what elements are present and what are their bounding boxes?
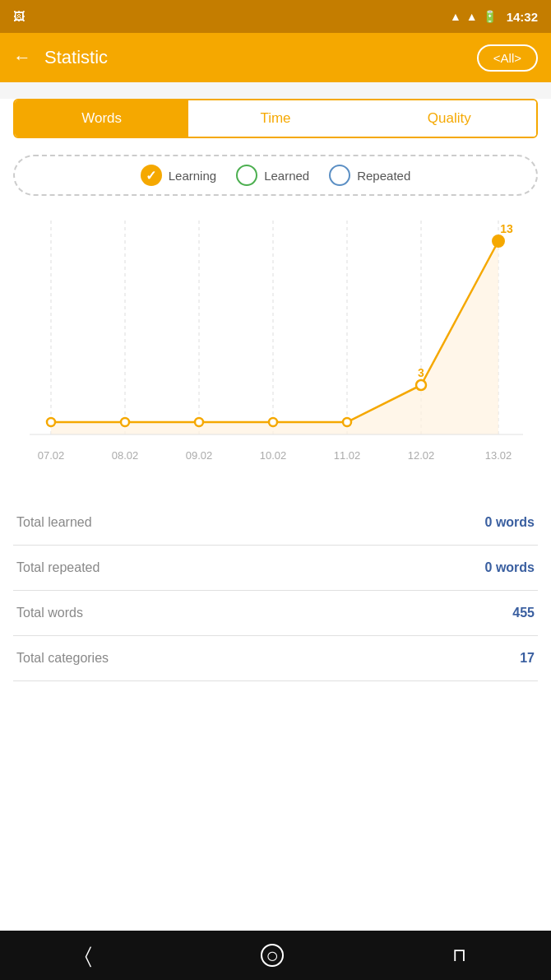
svg-point-9 [195,418,203,426]
gallery-icon: 🖼 [13,10,25,23]
repeated-label: Repeated [357,169,410,183]
chart-legend: ✓ Learning Learned Repeated [13,155,538,196]
stat-total-words: Total words 455 [13,591,538,636]
svg-point-12 [416,380,426,390]
battery-icon: 🔋 [483,10,497,23]
header: ← Statistic <All> [0,33,551,82]
nav-recents-icon[interactable]: ⊓ [452,945,466,966]
wifi-icon: ▲ [450,10,461,23]
bottom-nav: 〈 ○ ⊓ [0,931,551,980]
svg-point-13 [493,235,504,247]
stat-learned-label: Total learned [16,515,92,530]
main-content: Words Time Quality ✓ Learning Learned Re… [0,99,551,947]
stat-total-repeated: Total repeated 0 words [13,546,538,591]
status-bar: 🖼 ▲ ▲ 🔋 14:32 [0,0,551,33]
stat-words-value: 455 [512,606,535,620]
legend-learning[interactable]: ✓ Learning [141,165,216,186]
tab-time[interactable]: Time [188,100,362,137]
svg-text:07.02: 07.02 [38,449,65,462]
nav-back-icon[interactable]: 〈 [85,943,92,968]
tab-bar: Words Time Quality [13,99,538,138]
stat-total-learned: Total learned 0 words [13,500,538,546]
svg-point-7 [47,418,55,426]
stat-learned-value: 0 words [485,515,535,530]
tab-quality[interactable]: Quality [363,100,536,137]
learned-label: Learned [264,169,309,183]
stat-categories-value: 17 [520,651,535,666]
status-time: 14:32 [507,10,538,24]
tab-words[interactable]: Words [15,100,188,137]
svg-text:13: 13 [500,222,513,235]
chart-area: 3 13 07.02 08.02 09.02 10.02 11.02 12.02… [13,212,538,492]
learning-label: Learning [169,169,216,183]
signal-icon: ▲ [466,10,478,23]
learning-icon: ✓ [141,165,162,186]
stat-total-categories: Total categories 17 [13,636,538,681]
legend-learned[interactable]: Learned [236,165,309,186]
stat-repeated-label: Total repeated [16,560,100,575]
chart-svg: 3 13 07.02 08.02 09.02 10.02 11.02 12.02… [13,212,538,492]
learned-icon [236,165,257,186]
svg-text:10.02: 10.02 [260,449,287,462]
stat-words-label: Total words [16,606,83,620]
stat-repeated-value: 0 words [485,560,535,575]
status-icons: ▲ ▲ 🔋 14:32 [450,10,538,24]
legend-repeated[interactable]: Repeated [329,165,410,186]
status-bar-left: 🖼 [13,10,25,23]
svg-text:13.02: 13.02 [485,449,512,462]
back-button[interactable]: ← [13,47,31,68]
svg-point-10 [269,418,277,426]
svg-text:11.02: 11.02 [334,449,361,462]
svg-text:12.02: 12.02 [408,449,435,462]
all-button[interactable]: <All> [477,44,538,72]
nav-home-icon[interactable]: ○ [261,944,284,967]
stats-section: Total learned 0 words Total repeated 0 w… [13,500,538,681]
svg-point-11 [343,418,351,426]
svg-point-8 [121,418,129,426]
repeated-icon [329,165,350,186]
page-title: Statistic [44,47,477,68]
svg-text:08.02: 08.02 [112,449,139,462]
svg-text:09.02: 09.02 [186,449,213,462]
svg-text:3: 3 [418,366,424,379]
stat-categories-label: Total categories [16,651,109,666]
